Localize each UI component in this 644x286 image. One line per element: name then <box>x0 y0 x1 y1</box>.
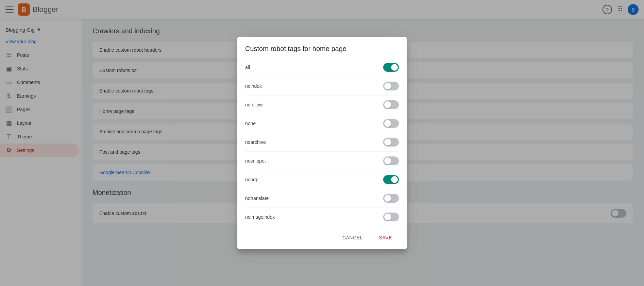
toggle-row: noodp <box>245 170 399 189</box>
dialog: Custom robot tags for home page allnoind… <box>237 37 407 249</box>
toggle-row: noimageindex <box>245 208 399 226</box>
toggle-nofollow[interactable] <box>383 100 399 109</box>
toggle-noarchive[interactable] <box>383 138 399 147</box>
dialog-actions: CANCEL SAVE <box>237 226 407 249</box>
toggle-label: noimageindex <box>245 214 275 220</box>
toggle-label: none <box>245 121 256 126</box>
toggle-row: all <box>245 58 399 77</box>
toggle-row: notranslate <box>245 189 399 208</box>
toggle-label: nofollow <box>245 102 262 107</box>
toggle-row: none <box>245 114 399 133</box>
dialog-body: allnoindexnofollownonenoarchivenosnippet… <box>237 58 407 226</box>
toggle-noindex[interactable] <box>383 82 399 90</box>
toggle-label: notranslate <box>245 196 269 201</box>
toggle-noodp[interactable] <box>383 175 399 184</box>
toggle-row: nosnippet <box>245 152 399 170</box>
modal-overlay: Custom robot tags for home page allnoind… <box>0 0 644 286</box>
toggle-row: nofollow <box>245 96 399 114</box>
toggle-label: nosnippet <box>245 158 266 164</box>
cancel-button[interactable]: CANCEL <box>336 232 370 244</box>
toggle-row: noindex <box>245 77 399 96</box>
toggle-label: noindex <box>245 83 262 89</box>
toggle-label: all <box>245 65 250 70</box>
toggle-none[interactable] <box>383 119 399 128</box>
toggle-label: noodp <box>245 177 258 182</box>
toggle-nosnippet[interactable] <box>383 156 399 165</box>
save-button[interactable]: SAVE <box>372 232 399 244</box>
dialog-title: Custom robot tags for home page <box>237 37 407 58</box>
toggle-noimageindex[interactable] <box>383 213 399 221</box>
toggle-notranslate[interactable] <box>383 194 399 203</box>
toggle-row: noarchive <box>245 133 399 152</box>
toggle-all[interactable] <box>383 63 399 72</box>
toggle-label: noarchive <box>245 139 266 145</box>
